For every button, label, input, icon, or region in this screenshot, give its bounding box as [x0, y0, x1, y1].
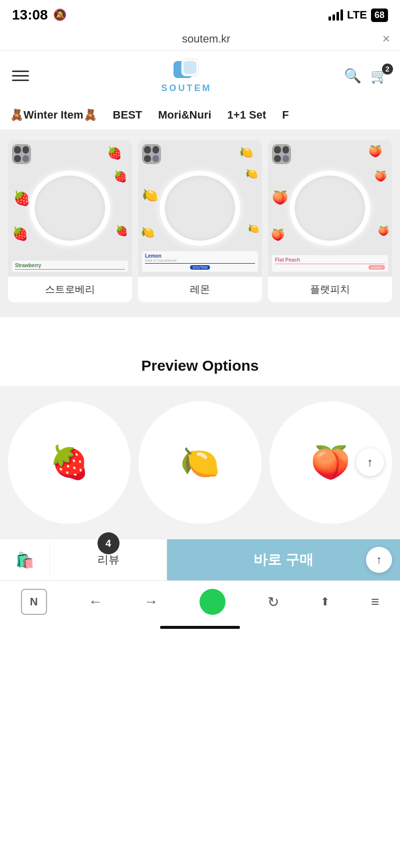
buy-button[interactable]: 바로 구매 ↑	[167, 539, 400, 580]
refresh-button[interactable]: ↻	[268, 594, 279, 610]
bottom-action-bar: 🛍️ 4 리뷰 바로 구매 ↑	[0, 539, 400, 580]
product-name-strawberry: 스트로베리	[41, 277, 99, 302]
preview-fruit-lemon: 🍋	[180, 446, 220, 478]
product-image-lemon: 🍋 🍋 🍋 🍋 🍋 Lemon Date of manufacture SOUT…	[138, 140, 262, 277]
fruit-deco: 🍋	[141, 226, 154, 239]
logo-text: SOUTEM	[161, 83, 212, 94]
fruit-deco: 🍓	[116, 225, 128, 237]
fruit-deco: 🍓	[12, 226, 28, 242]
camera-bump	[272, 144, 291, 164]
preview-item-lemon[interactable]: 🍋	[138, 401, 261, 524]
product-card-strawberry[interactable]: 🍓 🍓 🍓 🍓 🍓 Strawberry 스트로베리	[8, 140, 132, 302]
menu-icon: ≡	[371, 594, 379, 610]
review-label: 리뷰	[98, 552, 120, 567]
camera-bump	[142, 144, 161, 164]
magsafe-ring	[160, 171, 240, 246]
bag-icon: 🛍️	[16, 551, 34, 569]
hamburger-menu[interactable]	[12, 71, 29, 81]
status-bar: 13:08 🔕 LTE 68	[0, 0, 400, 27]
preview-title: Preview Options	[0, 357, 400, 374]
back-icon: ←	[88, 594, 102, 610]
preview-fruit-peach: 🍑	[310, 446, 350, 478]
product-name-lemon: 레몬	[186, 277, 214, 302]
back-button[interactable]: ←	[88, 594, 102, 610]
fruit-deco: 🍋	[142, 188, 158, 203]
preview-item-strawberry[interactable]: 🍓	[8, 401, 130, 524]
home-button[interactable]	[200, 589, 226, 615]
case-label-area: Flat Peach soutem	[272, 255, 388, 272]
bottom-browser-nav: N ← → ↻ ⬆ ≡	[0, 580, 400, 620]
scroll-up-buy-button[interactable]: ↑	[366, 547, 392, 573]
home-indicator	[0, 620, 400, 633]
section-gap	[0, 317, 400, 342]
fruit-deco: 🍑	[374, 170, 387, 182]
preview-section: Preview Options 🍓 🍋 🍑 ↑	[0, 342, 400, 539]
product-name-peach: 플랫피치	[306, 277, 354, 302]
lte-indicator: LTE	[347, 9, 367, 22]
svg-rect-2	[184, 61, 196, 74]
forward-button[interactable]: →	[144, 594, 158, 610]
browser-url[interactable]: soutem.kr	[30, 33, 382, 46]
fruit-deco: 🍋	[246, 168, 258, 180]
product-image-strawberry: 🍓 🍓 🍓 🍓 🍓 Strawberry	[8, 140, 132, 277]
case-label-area: Strawberry	[12, 261, 128, 272]
preview-options-grid: 🍓 🍋 🍑 ↑	[0, 386, 400, 539]
magsafe-ring	[290, 171, 370, 246]
cart-button[interactable]: 🛒 2	[370, 68, 388, 84]
buy-label: 바로 구매	[254, 550, 314, 569]
review-button[interactable]: 4 리뷰	[50, 543, 167, 576]
forward-icon: →	[144, 594, 158, 610]
preview-item-peach[interactable]: 🍑 ↑	[270, 401, 392, 524]
home-bar	[160, 626, 240, 629]
nav-item-best[interactable]: BEST	[111, 101, 144, 130]
browser-bar: soutem.kr ×	[0, 27, 400, 51]
preview-fruit-strawberry: 🍓	[50, 446, 90, 478]
logo-icon	[172, 58, 200, 82]
site-header: SOUTEM 🔍 🛒 2	[0, 51, 400, 101]
search-button[interactable]: 🔍	[344, 68, 362, 84]
category-nav: 🧸Winter Item🧸 BEST Mori&Nuri 1+1 Set F	[0, 101, 400, 130]
nav-item-morinuri[interactable]: Mori&Nuri	[156, 101, 213, 130]
refresh-icon: ↻	[268, 594, 279, 610]
fruit-deco: 🍓	[13, 190, 30, 207]
signal-bars	[328, 10, 343, 21]
nav-item-1plus1[interactable]: 1+1 Set	[226, 101, 268, 130]
fruit-deco: 🍑	[378, 226, 389, 237]
product-image-peach: 🍑 🍑 🍑 🍑 🍑 Flat Peach soutem	[268, 140, 392, 277]
cart-count: 2	[382, 64, 393, 75]
mute-icon: 🔕	[53, 9, 66, 22]
fruit-deco: 🍑	[272, 190, 288, 206]
fruit-deco: 🍋	[240, 146, 253, 159]
logo[interactable]: SOUTEM	[161, 58, 212, 94]
battery-indicator: 68	[371, 9, 388, 22]
scroll-up-preview-button[interactable]: ↑	[356, 448, 384, 476]
fruit-deco: 🍑	[271, 229, 284, 242]
share-icon: ⬆	[320, 595, 330, 608]
notion-button[interactable]: N	[21, 589, 47, 615]
camera-bump	[12, 144, 31, 164]
fruit-deco: 🍓	[114, 170, 127, 183]
status-icons: LTE 68	[328, 9, 388, 22]
fruit-deco: 🍓	[107, 146, 122, 160]
nav-item-winter[interactable]: 🧸Winter Item🧸	[8, 101, 99, 130]
notion-icon: N	[30, 595, 38, 608]
page-badge: 4	[98, 532, 120, 554]
header-actions: 🔍 🛒 2	[344, 68, 388, 84]
browser-close-button[interactable]: ×	[382, 31, 390, 47]
status-time: 13:08	[12, 7, 48, 23]
fruit-deco: 🍑	[368, 145, 382, 158]
share-button[interactable]: ⬆	[320, 595, 330, 608]
wishlist-button[interactable]: 🛍️	[0, 542, 50, 578]
menu-button[interactable]: ≡	[371, 594, 379, 610]
product-section: 🍓 🍓 🍓 🍓 🍓 Strawberry 스트로베리	[0, 130, 400, 317]
nav-item-f[interactable]: F	[280, 101, 290, 130]
product-card-peach[interactable]: 🍑 🍑 🍑 🍑 🍑 Flat Peach soutem 플랫피치	[268, 140, 392, 302]
magsafe-ring	[30, 171, 110, 246]
scroll-up-arrow: ↑	[376, 553, 382, 566]
case-label-area: Lemon Date of manufacture SOUTEM	[142, 251, 258, 272]
fruit-deco: 🍋	[248, 223, 259, 234]
product-grid: 🍓 🍓 🍓 🍓 🍓 Strawberry 스트로베리	[8, 140, 392, 302]
product-card-lemon[interactable]: 🍋 🍋 🍋 🍋 🍋 Lemon Date of manufacture SOUT…	[138, 140, 262, 302]
